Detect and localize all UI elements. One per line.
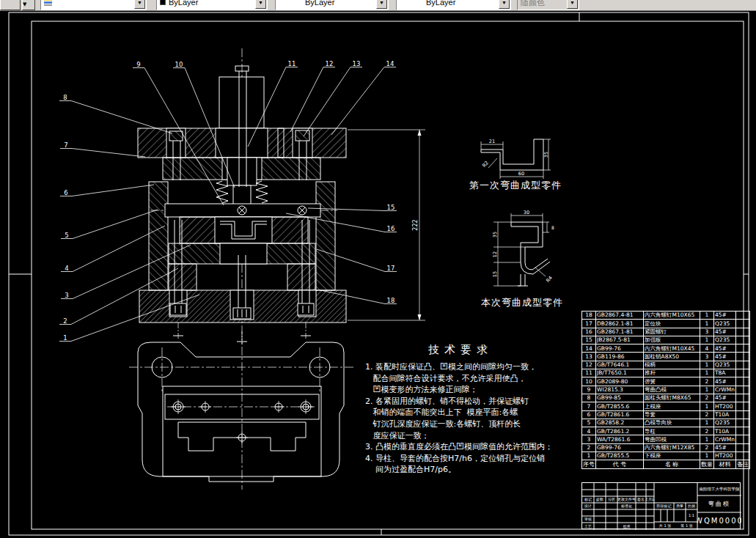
- parts-table-cell: 5: [582, 419, 596, 427]
- tech-requirement-line: 3. 凸模的垂直度必须在凸凹模间隙值的允许范围内；: [365, 441, 553, 453]
- dropdown-arrow-icon[interactable]: ▼: [255, 0, 266, 9]
- parts-table-cell: 8: [582, 394, 596, 402]
- parts-table-cell: 45#: [714, 328, 736, 336]
- sheet-number: 第 1 张: [676, 522, 697, 530]
- dropdown-arrow-icon[interactable]: ▼: [499, 0, 510, 9]
- parts-table-cell: [735, 336, 749, 344]
- parts-table-row: 1GB/T2855.5下模座1HT200: [582, 452, 750, 460]
- parts-table-cell: [735, 377, 749, 386]
- plotstyle-combo-value: 随颜色: [521, 0, 545, 8]
- balloon-number: 4: [65, 265, 68, 272]
- title-block: 标记 处数 分区 更改文件号 签名 年月日 设计 标准化 审核 工艺 批准 阶段…: [581, 482, 741, 529]
- parts-table-cell: 内六角螺钉M12X85: [644, 443, 700, 452]
- dropdown-arrow-icon[interactable]: ▼: [134, 0, 145, 9]
- linetype-combo[interactable]: ByLayer ▼: [275, 0, 389, 10]
- parts-table-cell: 数量: [700, 460, 714, 469]
- parts-table-row: 10GB2089-80弹簧245#: [582, 377, 750, 386]
- parts-table-header-row: 序号代 号名 称数量材料备注: [582, 460, 750, 469]
- tech-requirements-text: 1. 装配时应保证凸、凹模之间的间隙均匀一致， 配合间隙符合设计要求，不允许采用…: [365, 361, 553, 476]
- parts-table-cell: 10: [582, 377, 596, 386]
- balloon-number: 8: [63, 94, 67, 101]
- parts-table-cell: 圆柱头螺钉M8X65: [644, 394, 700, 402]
- first-bend-detail: [481, 139, 551, 179]
- parts-table-row: 5GB2858.2凸模导向块1Q235: [582, 419, 750, 427]
- parts-table-row: 15JB2867.5-81加强板1Q235: [582, 336, 750, 344]
- dropdown-arrow-stub[interactable]: ▼: [22, 0, 35, 10]
- dim-label: R4: [545, 275, 554, 284]
- parts-table-cell: 模柄: [644, 361, 700, 369]
- tech-requirement-line: 和销的端面不能突出上下 模座平面:各螺: [365, 407, 553, 419]
- parts-table-cell: 1: [700, 361, 714, 369]
- parts-table-cell: 加强板: [644, 336, 700, 344]
- parts-table-cell: 1: [700, 336, 714, 344]
- parts-table-cell: GB2867.4-81: [596, 312, 644, 320]
- balloon-number: 16: [387, 225, 395, 232]
- parts-table-cell: GB2089-80: [596, 377, 644, 386]
- toolbar-button-stub[interactable]: [0, 0, 21, 10]
- parts-table-cell: 11: [582, 369, 596, 377]
- balloon-number: 1: [63, 334, 67, 342]
- parts-table-cell: [735, 353, 749, 361]
- balloon-number: 13: [353, 60, 361, 67]
- parts-table-row: 14GB99-76内六角螺钉M10X45445#: [582, 344, 750, 353]
- parts-table-row: 12GB/T7646.1模柄1Q235: [582, 361, 750, 369]
- field-process: 工艺: [582, 523, 594, 530]
- parts-table-cell: 材料: [714, 460, 736, 469]
- parts-table-cell: DB2862.1-81: [596, 320, 644, 328]
- parts-table-cell: 内六角螺钉M10X45: [644, 344, 700, 353]
- parts-table-cell: T8A: [714, 369, 736, 377]
- parts-table-cell: GB99-85: [596, 394, 644, 402]
- tech-requirement-line: 2. 各紧固用的螺钉、销不得松动，并保证螺钉: [365, 396, 553, 408]
- parts-table-cell: 弹簧: [644, 377, 700, 386]
- parts-table-row: 18GB2867.4-81内六角螺钉M10X65145#: [582, 312, 750, 320]
- parts-table-cell: 4: [700, 344, 714, 353]
- parts-table-cell: [735, 452, 749, 460]
- layer-icon: [44, 0, 52, 6]
- scale-value: 1:1: [686, 509, 697, 522]
- balloon-number: 3: [65, 292, 68, 299]
- current-bend-detail: [493, 213, 550, 286]
- parts-table-cell: [735, 443, 749, 452]
- parts-table-cell: 3: [700, 328, 714, 336]
- dim-label: R2: [481, 160, 490, 169]
- parts-table-cell: 1: [700, 419, 714, 427]
- color-combo[interactable]: ByLayer ▼: [156, 0, 268, 10]
- field-change-doc: 更改文件号: [617, 496, 636, 503]
- field-design: 设计: [582, 503, 594, 509]
- parts-table-cell: CrWMn: [714, 386, 736, 394]
- parts-table-cell: 2: [700, 377, 714, 386]
- parts-table-cell: 代 号: [596, 460, 644, 469]
- dim-label: 30: [524, 210, 529, 215]
- parts-table-cell: GB/T2855.5: [596, 452, 644, 460]
- parts-table-cell: 推杆: [644, 369, 700, 377]
- parts-table-row: 13GB119-86圆柱销A8X50345#: [582, 353, 750, 361]
- dropdown-arrow-icon[interactable]: ▼: [376, 0, 387, 9]
- parts-table-cell: 13: [582, 353, 596, 361]
- parts-table-cell: 4: [582, 427, 596, 435]
- field-check: 审核: [582, 516, 594, 523]
- dropdown-arrow-icon: ▼: [23, 1, 26, 7]
- company-name: 南阳理工大学科技学院: [697, 483, 741, 495]
- parts-table-cell: T10A: [714, 427, 736, 435]
- parts-table-cell: 1: [700, 312, 714, 320]
- parts-table-cell: 18: [582, 312, 596, 320]
- parts-table-cell: 内六角螺钉M10X65: [644, 312, 700, 320]
- balloon-leader-line: [290, 67, 323, 133]
- parts-table-cell: 1: [700, 320, 714, 328]
- field-count: 处数: [594, 496, 606, 503]
- parts-table-cell: 备注: [735, 460, 749, 469]
- field-stage-mark: 阶段标记: [654, 503, 674, 509]
- balloon-number: 18: [387, 297, 395, 304]
- balloon-number: 12: [326, 60, 334, 67]
- parts-table-cell: 弯曲凸模: [644, 386, 700, 394]
- field-date: 年月日: [646, 496, 654, 503]
- layer-combo[interactable]: ▼: [40, 0, 147, 10]
- parts-table-row: 8GB99-85圆柱头螺钉M8X65245#: [582, 394, 750, 402]
- autocad-window: { "toolbar": { "color_value": "ByLayer",…: [0, 0, 756, 538]
- parts-table-row: 7GB/T2855.6上模座1HT200: [582, 402, 750, 410]
- tech-requirement-line: 4. 导柱、导套的配合按H7/h6，定位销孔与定位销: [365, 453, 553, 465]
- field-standardize: 标准化: [617, 503, 636, 509]
- parts-list-table: 18GB2867.4-81内六角螺钉M10X65145#17DB2862.1-8…: [581, 311, 750, 469]
- lineweight-combo[interactable]: ByLayer ▼: [396, 0, 511, 10]
- parts-table-cell: [735, 361, 749, 369]
